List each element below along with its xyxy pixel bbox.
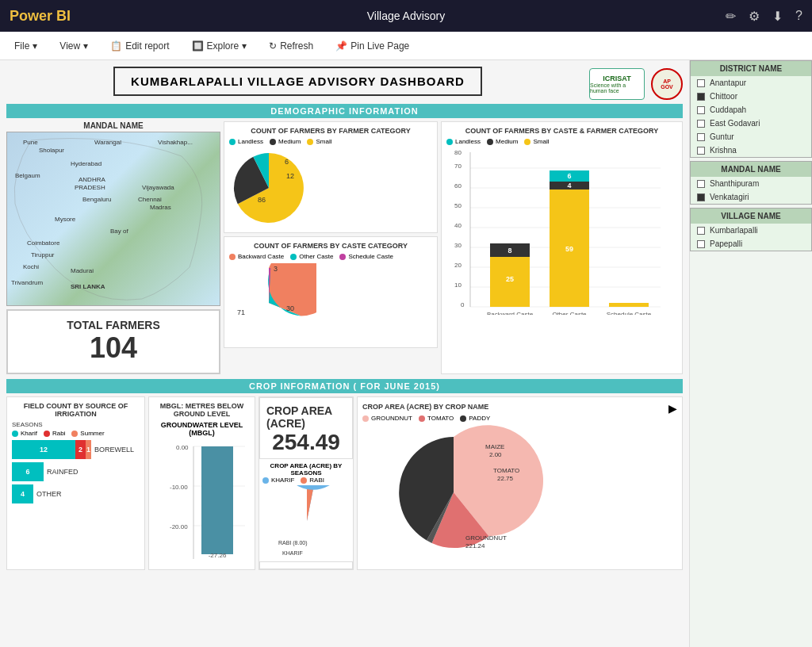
sidebar-item-krishna[interactable]: Krishna [691,144,811,157]
chittoor-checkbox[interactable] [697,93,705,101]
crop-name-legend: GROUNDNUT TOMATO PADDY [362,415,677,422]
borewell-summer: 1 [86,440,91,459]
right-sidebar: DISTRICT NAME Anantapur Chittoor Cuddapa… [689,60,812,647]
guntur-checkbox[interactable] [697,133,705,141]
anantapur-checkbox[interactable] [697,79,705,87]
icrisat-text: ICRISAT [603,75,630,82]
seasons-legend: KHARIF RABI [262,477,350,484]
svg-text:-10.00: -10.00 [170,484,188,491]
settings-icon[interactable]: ⚙ [749,9,760,24]
sidebar-item-chittoor[interactable]: Chittoor [691,90,811,103]
sidebar-item-venkatagiri[interactable]: Venkatagiri [691,190,811,204]
other-dot [290,254,297,260]
sidebar-item-guntur[interactable]: Guntur [691,130,811,144]
caste-farmer-chart: COUNT OF FARMERS BY CASTE & FARMER CATEG… [441,121,683,374]
east-godavari-checkbox[interactable] [697,120,705,128]
svg-text:RABI (8.00): RABI (8.00) [278,540,308,546]
sidebar-item-anantapur[interactable]: Anantapur [691,76,811,90]
view-menu[interactable]: View ▾ [55,37,93,55]
farmer-category-chart: COUNT OF FARMERS BY FARMER CATEGORY Land… [224,121,438,233]
other-label: OTHER [36,490,62,498]
small-dot [307,139,313,145]
legend-backward: Backward Caste [229,253,284,260]
svg-rect-35 [609,303,649,307]
rainfed-label: RAINFED [47,468,79,476]
kharif-dot [12,431,18,437]
pencil-icon[interactable]: ✏ [726,9,736,24]
irrigation-chart: FIELD COUNT BY SOURCE OF IRRIGATION SEAS… [6,396,145,570]
landless-dot-2 [446,139,453,145]
window-title: Village Advisory [367,10,446,22]
crop-seasons-sub: CROP AREA (ACRE) BY SEASONS KHARIF RABI [259,458,354,562]
caste-chart-area: 71 30 3 [229,263,432,343]
refresh-button[interactable]: ↻ Refresh [264,37,318,55]
district-filter: DISTRICT NAME Anantapur Chittoor Cuddapa… [690,60,812,158]
svg-text:3: 3 [274,265,278,273]
svg-text:60: 60 [454,182,462,190]
crop-grid: FIELD COUNT BY SOURCE OF IRRIGATION SEAS… [6,396,683,570]
mandal-filter-items: Shanthipuram Venkatagiri [691,177,811,204]
kumbarlapalli-checkbox[interactable] [697,227,705,235]
crop-area-label: CROP AREA (ACRE) [266,404,346,430]
refresh-icon: ↻ [269,40,277,52]
sidebar-item-east-godavari[interactable]: East Godavari [691,117,811,130]
svg-text:59: 59 [565,245,573,253]
village-filter-title: VILLAGE NAME [691,209,811,224]
mandal-filter-title: MANDAL NAME [691,162,811,177]
legend-groundnut: GROUNDNUT [362,415,412,422]
groundnut-dot [362,415,369,422]
groundwater-title: MBGL: METRES BELOW GROUND LEVEL [154,402,250,418]
sidebar-item-cuddapah[interactable]: Cuddapah [691,103,811,117]
nav-arrow[interactable]: ▶ [668,402,677,415]
svg-text:Backward Caste: Backward Caste [487,311,534,315]
crop-seasons-title: CROP AREA (ACRE) BY SEASONS [262,462,350,477]
venkatagiri-checkbox[interactable] [697,193,705,201]
paddy-dot [460,415,466,422]
svg-text:70: 70 [454,163,462,170]
village-filter: VILLAGE NAME Kumbarlapalli Papepalli [690,208,812,251]
legend-kharif: Kharif [12,430,37,437]
cuddapah-checkbox[interactable] [697,106,705,114]
pin-live-page-button[interactable]: 📌 Pin Live Page [331,37,414,55]
left-panel: MANDAL NAME Pune Sholapur Warangal Visha… [6,121,220,374]
svg-text:221.24: 221.24 [465,542,485,549]
tomato-dot [419,415,425,422]
explore-menu[interactable]: 🔲 Explore ▾ [187,37,252,55]
caste-farmer-title: COUNT OF FARMERS BY CASTE & FARMER CATEG… [446,127,677,135]
total-farmers-count: 104 [19,331,208,365]
svg-text:86: 86 [258,196,266,204]
chevron-down-icon: ▾ [242,40,247,52]
krishna-checkbox[interactable] [697,147,705,155]
shanthipuram-checkbox[interactable] [697,180,705,188]
app-name: Power BI [10,8,71,25]
svg-text:0: 0 [461,301,465,308]
mandal-filter: MANDAL NAME Shanthipuram Venkatagiri [690,161,812,205]
schedule-dot [339,254,346,260]
legend-landless: Landless [229,138,263,145]
farmer-category-legend: Landless Medium Small [229,138,432,145]
sidebar-item-shanthipuram[interactable]: Shanthipuram [691,177,811,190]
crop-name-title: CROP AREA (ACRE) BY CROP NAME [362,403,488,411]
svg-text:MAIZE: MAIZE [485,443,504,450]
groundwater-subtitle: GROUNDWATER LEVEL (MBGL) [154,421,250,437]
total-farmers-label: TOTAL FARMERS [19,319,208,331]
file-menu[interactable]: File ▾ [10,37,42,55]
help-icon[interactable]: ? [795,9,802,24]
legend-medium-2: Medium [487,138,518,145]
caste-category-legend: Backward Caste Other Caste Schedule Cast… [229,253,432,260]
papepalli-checkbox[interactable] [697,240,705,248]
sidebar-item-papepalli[interactable]: Papepalli [691,237,811,251]
dashboard-header: KUMBARLAPALLI VILLAGE ADVISORY DASHBOARD… [6,67,683,101]
legend-schedule: Schedule Caste [339,253,393,260]
icrisat-sub: Science with a human face [590,82,644,94]
edit-report-button[interactable]: 📋 Edit report [105,37,174,55]
farmer-category-chart-area: 86 12 6 [229,148,432,228]
chevron-down-icon: ▾ [83,40,88,52]
sidebar-item-kumbarlapalli[interactable]: Kumbarlapalli [691,224,811,237]
borewell-label: BOREWELL [94,446,134,454]
crop-name-header: CROP AREA (ACRE) BY CROP NAME ▶ [362,402,677,415]
toolbar: File ▾ View ▾ 📋 Edit report 🔲 Explore ▾ … [0,32,812,60]
demographic-grid: MANDAL NAME Pune Sholapur Warangal Visha… [6,121,683,374]
main-content: KUMBARLAPALLI VILLAGE ADVISORY DASHBOARD… [0,60,812,647]
download-icon[interactable]: ⬇ [772,9,783,24]
